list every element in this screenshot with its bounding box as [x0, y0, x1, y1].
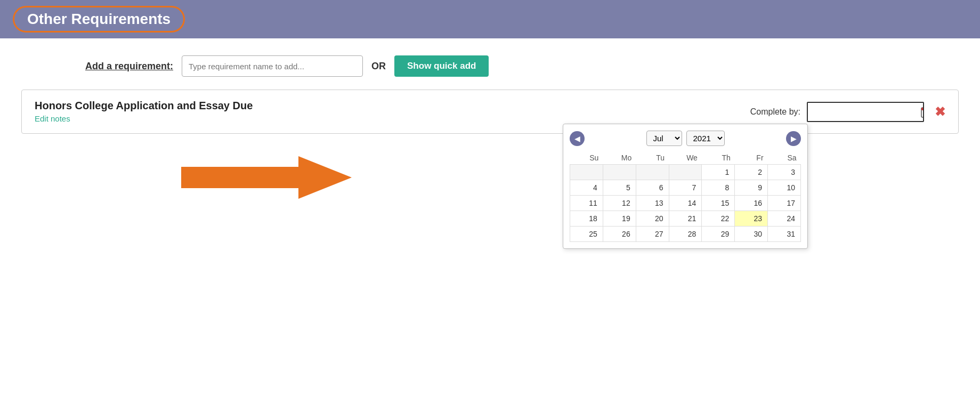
calendar-empty: [669, 165, 702, 180]
add-requirement-row: Add a requirement: OR Show quick add: [0, 38, 980, 90]
calendar-day-1[interactable]: 1: [702, 165, 735, 180]
edit-notes-link[interactable]: Edit notes: [35, 114, 70, 123]
calendar-icon-button[interactable]: [918, 106, 924, 118]
svg-rect-1: [921, 108, 924, 110]
requirement-info: Honors College Application and Essay Due…: [35, 100, 740, 124]
calendar-day-2[interactable]: 2: [735, 165, 768, 180]
or-separator: OR: [371, 61, 386, 72]
calendar-day-10[interactable]: 10: [768, 180, 801, 196]
calendar-header: ◀ JanFebMarApr MayJunJulAug SepOctNovDec…: [570, 131, 801, 146]
arrow-indicator: [181, 154, 352, 204]
requirement-name-input[interactable]: [182, 55, 363, 77]
add-requirement-label: Add a requirement:: [85, 61, 173, 72]
calendar-day-22[interactable]: 22: [702, 211, 735, 227]
calendar-day-19[interactable]: 19: [603, 211, 636, 227]
day-header-th: Th: [702, 151, 735, 165]
complete-by-label: Complete by:: [750, 107, 800, 117]
calendar-day-21[interactable]: 21: [669, 211, 702, 227]
day-header-mo: Mo: [603, 151, 636, 165]
calendar-next-button[interactable]: ▶: [786, 131, 801, 146]
calendar-day-23[interactable]: 23: [735, 211, 768, 227]
calendar-day-13[interactable]: 13: [636, 196, 669, 211]
calendar-day-31[interactable]: 31: [768, 227, 801, 242]
calendar-day-15[interactable]: 15: [702, 196, 735, 211]
calendar-prev-button[interactable]: ◀: [570, 131, 585, 146]
header-bar: Other Requirements: [0, 0, 980, 38]
day-header-sa: Sa: [768, 151, 801, 165]
show-quick-add-button[interactable]: Show quick add: [394, 55, 489, 77]
calendar-day-4[interactable]: 4: [570, 180, 603, 196]
calendar-popup: ◀ JanFebMarApr MayJunJulAug SepOctNovDec…: [563, 124, 808, 249]
calendar-day-20[interactable]: 20: [636, 211, 669, 227]
main-content: Honors College Application and Essay Due…: [0, 90, 980, 134]
svg-rect-4: [923, 112, 924, 114]
calendar-day-18[interactable]: 18: [570, 211, 603, 227]
svg-marker-9: [181, 156, 352, 199]
page-title: Other Requirements: [27, 11, 171, 27]
day-header-fr: Fr: [735, 151, 768, 165]
calendar-day-14[interactable]: 14: [669, 196, 702, 211]
calendar-day-24[interactable]: 24: [768, 211, 801, 227]
requirement-card: Honors College Application and Essay Due…: [21, 90, 959, 134]
date-input-wrapper: [807, 102, 924, 122]
calendar-day-7[interactable]: 7: [669, 180, 702, 196]
calendar-day-6[interactable]: 6: [636, 180, 669, 196]
year-select[interactable]: 201920202021 20222023: [686, 131, 725, 146]
calendar-day-28[interactable]: 28: [669, 227, 702, 242]
calendar-day-30[interactable]: 30: [735, 227, 768, 242]
calendar-day-16[interactable]: 16: [735, 196, 768, 211]
calendar-day-9[interactable]: 9: [735, 180, 768, 196]
calendar-day-3[interactable]: 3: [768, 165, 801, 180]
day-header-we: We: [669, 151, 702, 165]
calendar-day-25[interactable]: 25: [570, 227, 603, 242]
calendar-day-17[interactable]: 17: [768, 196, 801, 211]
header-title-highlight: Other Requirements: [13, 6, 185, 33]
calendar-icon: [921, 106, 924, 118]
day-header-su: Su: [570, 151, 603, 165]
arrow-svg: [181, 154, 352, 201]
calendar-empty: [603, 165, 636, 180]
date-input[interactable]: [808, 103, 918, 121]
calendar-day-29[interactable]: 29: [702, 227, 735, 242]
requirement-title: Honors College Application and Essay Due: [35, 100, 740, 112]
calendar-day-27[interactable]: 27: [636, 227, 669, 242]
calendar-empty: [570, 165, 603, 180]
day-header-tu: Tu: [636, 151, 669, 165]
calendar-day-12[interactable]: 12: [603, 196, 636, 211]
month-select[interactable]: JanFebMarApr MayJunJulAug SepOctNovDec: [646, 131, 682, 146]
calendar-day-8[interactable]: 8: [702, 180, 735, 196]
complete-by-section: Complete by:: [750, 102, 945, 122]
calendar-selects: JanFebMarApr MayJunJulAug SepOctNovDec 2…: [646, 131, 725, 146]
calendar-grid: Su Mo Tu We Th Fr Sa 1234567891011121314…: [570, 151, 801, 242]
calendar-day-5[interactable]: 5: [603, 180, 636, 196]
calendar-day-11[interactable]: 11: [570, 196, 603, 211]
calendar-empty: [636, 165, 669, 180]
svg-rect-7: [923, 115, 924, 116]
delete-requirement-button[interactable]: ✖: [935, 106, 945, 118]
calendar-day-26[interactable]: 26: [603, 227, 636, 242]
